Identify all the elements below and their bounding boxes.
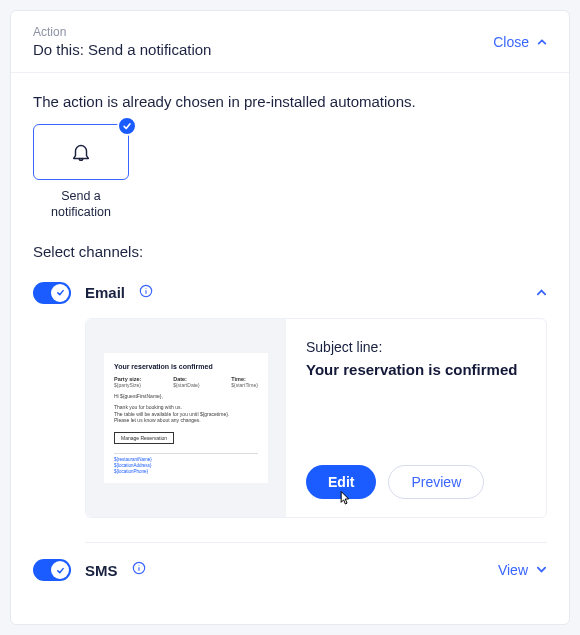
chevron-up-icon	[537, 34, 547, 50]
header-eyebrow: Action	[33, 25, 211, 39]
header-titles: Action Do this: Send a notification	[33, 25, 211, 58]
svg-point-5	[138, 565, 139, 566]
action-tile-wrap: Send a notification	[33, 124, 129, 221]
sms-toggle[interactable]	[33, 559, 71, 581]
email-preview-pane: Your reservation is confirmed Party size…	[86, 319, 286, 518]
card-header: Action Do this: Send a notification Clos…	[11, 11, 569, 73]
email-collapse-button[interactable]	[536, 284, 547, 302]
header-title: Do this: Send a notification	[33, 41, 211, 58]
subject-line-label: Subject line:	[306, 339, 526, 355]
preview-button[interactable]: Preview	[388, 465, 484, 499]
email-preview-thumbnail: Your reservation is confirmed Party size…	[104, 353, 268, 484]
info-icon[interactable]	[132, 561, 146, 579]
divider	[85, 542, 547, 543]
preview-col1-v: ${partySize}	[114, 382, 141, 388]
preview-col2-v: ${startDate}	[173, 382, 199, 388]
action-tile-send-notification[interactable]	[33, 124, 129, 180]
channel-name-sms: SMS	[85, 562, 118, 579]
channel-name-email: Email	[85, 284, 125, 301]
channel-row-sms: SMS View	[33, 559, 547, 581]
email-toggle[interactable]	[33, 282, 71, 304]
preview-col3-v: ${startTime}	[231, 382, 258, 388]
action-card: Action Do this: Send a notification Clos…	[10, 10, 570, 625]
preview-greeting: Hi ${guestFirstName},	[114, 393, 258, 400]
subject-line-value: Your reservation is confirmed	[306, 361, 526, 378]
action-tile-label: Send a notification	[51, 188, 111, 221]
preview-title: Your reservation is confirmed	[114, 363, 258, 370]
sms-view-button[interactable]: View	[498, 562, 547, 578]
channel-row-email: Email	[33, 282, 547, 304]
checkmark-badge-icon	[117, 116, 137, 136]
chevron-down-icon	[536, 562, 547, 578]
bell-icon	[70, 141, 92, 163]
preview-footer-3: ${locationPhone}	[114, 469, 258, 475]
view-label: View	[498, 562, 528, 578]
close-label: Close	[493, 34, 529, 50]
preview-manage-button: Manage Reservation	[114, 432, 174, 444]
email-detail-pane: Subject line: Your reservation is confir…	[306, 319, 546, 518]
preview-body: Thank you for booking with us. The table…	[114, 404, 258, 424]
intro-text: The action is already chosen in pre-inst…	[33, 93, 547, 110]
toggle-knob	[51, 561, 69, 579]
svg-point-2	[146, 287, 147, 288]
toggle-knob	[51, 284, 69, 302]
close-button[interactable]: Close	[493, 34, 547, 50]
info-icon[interactable]	[139, 284, 153, 302]
edit-button[interactable]: Edit	[306, 465, 376, 499]
email-panel: Your reservation is confirmed Party size…	[85, 318, 547, 519]
select-channels-label: Select channels:	[33, 243, 547, 260]
card-body: The action is already chosen in pre-inst…	[11, 73, 569, 601]
